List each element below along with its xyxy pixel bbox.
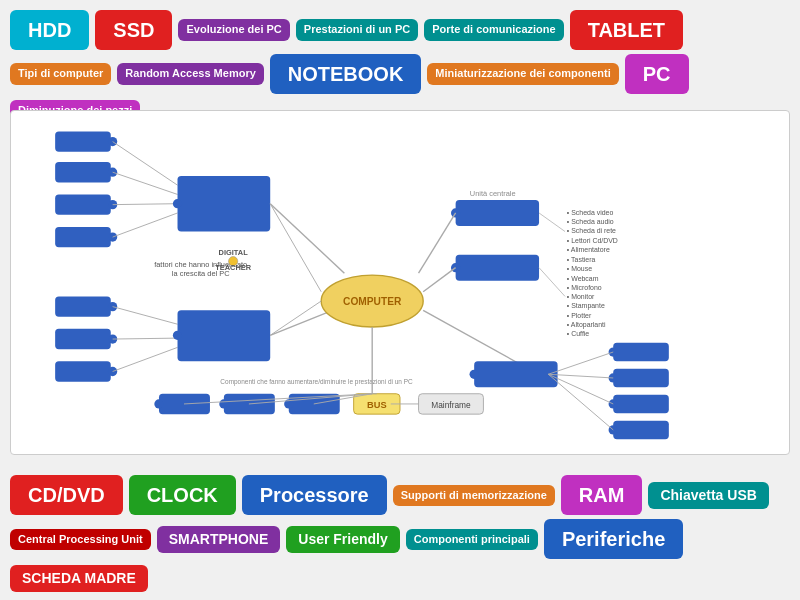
- svg-rect-58: [613, 343, 669, 362]
- tag-periferiche[interactable]: Periferiche: [544, 519, 683, 559]
- svg-point-37: [451, 208, 460, 217]
- svg-rect-62: [613, 395, 669, 414]
- svg-point-26: [173, 331, 182, 340]
- svg-rect-36: [456, 200, 539, 226]
- svg-text:• Stampante: • Stampante: [567, 302, 605, 310]
- svg-rect-9: [55, 296, 111, 316]
- svg-text:• Mouse: • Mouse: [567, 265, 592, 272]
- svg-rect-45: [456, 255, 539, 281]
- svg-point-68: [470, 370, 479, 379]
- bottom-row-2: Central Processing Unit SMARTPHONE User …: [10, 519, 790, 592]
- svg-text:Mainframe: Mainframe: [431, 400, 471, 410]
- svg-rect-5: [55, 194, 111, 214]
- svg-text:• Cuffie: • Cuffie: [567, 330, 589, 337]
- tag-smartphone[interactable]: SMARTPHONE: [157, 526, 281, 553]
- svg-rect-13: [55, 361, 111, 381]
- tag-cpu[interactable]: Central Processing Unit: [10, 529, 151, 550]
- tag-notebook[interactable]: NOTEBOOK: [270, 54, 422, 94]
- svg-text:• Altoparlanti: • Altoparlanti: [567, 321, 606, 329]
- tag-componenti-principali[interactable]: Componenti principali: [406, 529, 538, 550]
- svg-rect-67: [474, 361, 557, 387]
- tag-clock[interactable]: CLOCK: [129, 475, 236, 515]
- tag-processore[interactable]: Processore: [242, 475, 387, 515]
- svg-rect-25: [178, 310, 271, 361]
- svg-rect-11: [55, 329, 111, 349]
- svg-text:• Scheda di rete: • Scheda di rete: [567, 227, 616, 234]
- mind-map-area: fattori che hanno influenzato la crescit…: [10, 110, 790, 455]
- tag-chiavetta[interactable]: Chiavetta USB: [648, 482, 768, 509]
- svg-point-75: [154, 399, 163, 408]
- svg-rect-1: [55, 131, 111, 151]
- svg-text:DIGITAL: DIGITAL: [219, 248, 249, 257]
- svg-text:• Microfono: • Microfono: [567, 284, 602, 291]
- tag-ssd[interactable]: SSD: [95, 10, 172, 50]
- svg-point-20: [173, 199, 182, 208]
- tag-hdd[interactable]: HDD: [10, 10, 89, 50]
- bottom-tags-container: CD/DVD CLOCK Processore Supporti di memo…: [0, 475, 800, 592]
- tag-tipi-computer[interactable]: Tipi di computer: [10, 63, 111, 84]
- tag-miniaturizzazione[interactable]: Miniaturizzazione dei componenti: [427, 63, 618, 84]
- top-tags-container: HDD SSD Evoluzione dei PC Prestazioni di…: [0, 10, 800, 121]
- tag-user-friendly[interactable]: User Friendly: [286, 526, 399, 553]
- tag-pc[interactable]: PC: [625, 54, 689, 94]
- svg-rect-60: [613, 369, 669, 388]
- tag-supporti[interactable]: Supporti di memorizzazione: [393, 485, 555, 506]
- tag-ram[interactable]: RAM: [561, 475, 643, 515]
- svg-text:Componenti che fanno aumentare: Componenti che fanno aumentare/diminuire…: [220, 378, 413, 386]
- tag-prestazioni[interactable]: Prestazioni di un PC: [296, 19, 418, 40]
- svg-rect-3: [55, 162, 111, 182]
- tag-evoluzione[interactable]: Evoluzione dei PC: [178, 19, 289, 40]
- bottom-row-1: CD/DVD CLOCK Processore Supporti di memo…: [10, 475, 790, 515]
- svg-text:• Lettori Cd/DVD: • Lettori Cd/DVD: [567, 237, 618, 244]
- svg-text:BUS: BUS: [367, 400, 387, 410]
- svg-text:• Scheda audio: • Scheda audio: [567, 218, 614, 225]
- svg-text:• Monitor: • Monitor: [567, 293, 595, 300]
- svg-text:COMPUTER: COMPUTER: [343, 296, 402, 307]
- svg-text:• Plotter: • Plotter: [567, 312, 592, 319]
- tag-tablet[interactable]: TABLET: [570, 10, 683, 50]
- svg-rect-64: [613, 421, 669, 440]
- tag-scheda-madre[interactable]: SCHEDA MADRE: [10, 565, 148, 592]
- svg-rect-7: [55, 227, 111, 247]
- tag-ram-top[interactable]: Random Access Memory: [117, 63, 263, 84]
- tag-porte[interactable]: Porte di comunicazione: [424, 19, 563, 40]
- svg-text:• Webcam: • Webcam: [567, 275, 599, 282]
- svg-point-77: [219, 399, 228, 408]
- top-row-1: HDD SSD Evoluzione dei PC Prestazioni di…: [10, 10, 790, 50]
- svg-text:• Scheda video: • Scheda video: [567, 209, 614, 216]
- svg-text:• Tastiera: • Tastiera: [567, 256, 596, 263]
- tag-cddvd[interactable]: CD/DVD: [10, 475, 123, 515]
- svg-rect-19: [178, 176, 271, 232]
- svg-text:• Alimentatore: • Alimentatore: [567, 246, 610, 253]
- svg-text:TEACHER: TEACHER: [215, 263, 251, 272]
- svg-text:Unità centrale: Unità centrale: [470, 189, 516, 198]
